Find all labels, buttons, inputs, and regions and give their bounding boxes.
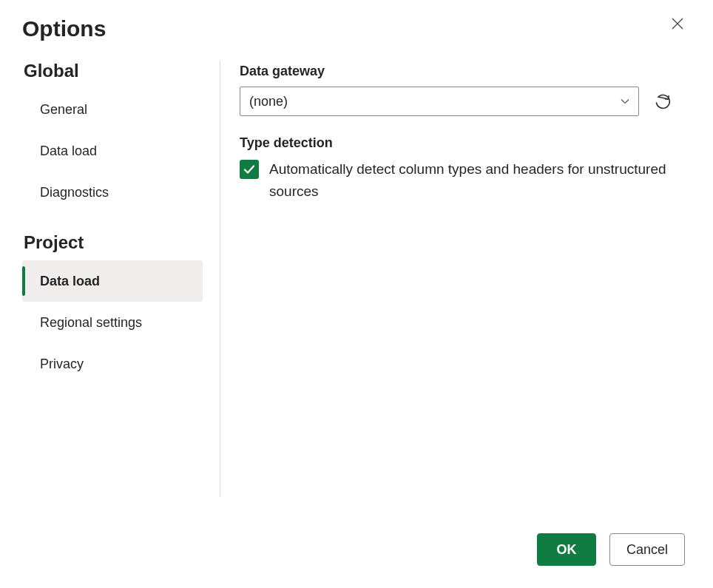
sidebar-item-privacy[interactable]: Privacy [22,343,203,385]
sidebar-list-global: General Data load Diagnostics [22,89,220,213]
checkmark-icon [243,163,256,176]
sidebar-item-label: General [40,102,87,118]
sidebar-item-label: Privacy [40,356,84,372]
sidebar-item-diagnostics[interactable]: Diagnostics [22,172,203,213]
options-dialog: Options Global General Data load Diagnos… [0,0,713,588]
ok-button[interactable]: OK [537,533,596,566]
sidebar-item-label: Diagnostics [40,185,109,200]
sidebar-item-label: Data load [40,274,100,289]
sidebar-section-global-heading: Global [22,61,220,81]
sidebar-list-project: Data load Regional settings Privacy [22,260,220,385]
sidebar-item-regional-settings[interactable]: Regional settings [22,302,203,343]
dialog-title: Options [22,16,691,41]
close-button[interactable] [670,16,685,31]
sidebar-item-data-load-global[interactable]: Data load [22,130,203,172]
cancel-button-label: Cancel [626,542,668,558]
sidebar-item-label: Data load [40,143,97,159]
sidebar-item-label: Regional settings [40,315,142,331]
data-gateway-selected-value: (none) [249,94,288,109]
sidebar-section-project-heading: Project [22,232,220,253]
data-gateway-dropdown[interactable]: (none) [240,87,639,116]
type-detection-label: Type detection [240,135,691,151]
ok-button-label: OK [556,542,576,558]
cancel-button[interactable]: Cancel [609,533,685,566]
chevron-down-icon [619,95,631,107]
refresh-gateway-button[interactable] [652,91,673,112]
refresh-icon [654,92,672,110]
dialog-footer: OK Cancel [537,533,685,566]
auto-detect-checkbox-label: Automatically detect column types and he… [269,158,683,203]
sidebar-item-general[interactable]: General [22,89,203,130]
close-icon [672,18,683,30]
auto-detect-checkbox[interactable] [240,160,259,179]
sidebar: Global General Data load Diagnostics Pro… [22,61,220,497]
data-gateway-label: Data gateway [240,64,691,79]
content-pane: Data gateway (none) Ty [220,61,691,497]
sidebar-item-data-load-project[interactable]: Data load [22,260,203,302]
